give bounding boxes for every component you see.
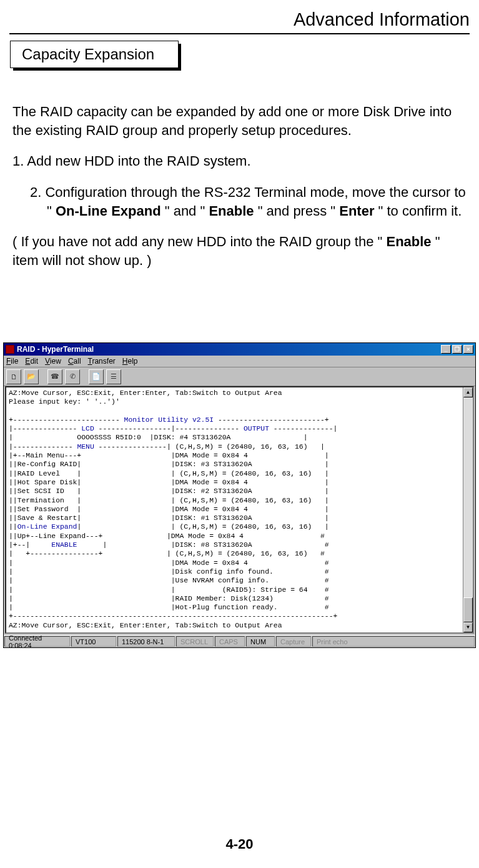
scroll-up-icon[interactable]: ▲	[463, 387, 473, 397]
toolbar: 🗋 📂 ☎ ✆ 📄 ☰	[4, 367, 475, 386]
toolbar-connect-icon[interactable]: ☎	[47, 369, 62, 384]
term-line: ||Set Password | |DMA Mode = 0x84 4 |	[9, 506, 329, 513]
window-title-text: RAID - HyperTerminal	[17, 345, 94, 354]
term-line: AZ:Move Cursor, ESC:Exit, Enter:Enter, T…	[9, 622, 282, 629]
page-header-title: Advanced Information	[294, 9, 470, 30]
term-line: --------------|	[269, 425, 337, 432]
step2-bold-enable: Enable	[209, 203, 254, 219]
term-line: |+--Main Menu---+ |DMA Mode = 0x84 4 |	[9, 452, 329, 459]
term-line: ||Re-Config RAID| |DISK: #3 ST313620A |	[9, 461, 329, 468]
maximize-button[interactable]: ❐	[452, 345, 462, 354]
minimize-button[interactable]: _	[441, 345, 451, 354]
term-line: | OOOOSSSS R5ID:0 |DISK: #4 ST313620A |	[9, 434, 308, 441]
term-line: ||Up+--Line Expand---+ |DMA Mode = 0x84 …	[9, 532, 325, 540]
term-highlight-lcd: LCD	[81, 425, 94, 432]
status-num: NUM	[246, 636, 275, 647]
status-caps: CAPS	[215, 636, 245, 647]
app-icon	[6, 345, 14, 354]
hyperterminal-window: RAID - HyperTerminal _ ❐ × File Edit Vie…	[3, 342, 476, 648]
section-heading-tab: Capacity Expansion	[10, 41, 179, 68]
step2-bold-enter: Enter	[339, 203, 374, 219]
section-title: Capacity Expansion	[22, 46, 154, 63]
note-paragraph: ( If you have not add any new HDD into t…	[12, 232, 467, 269]
toolbar-properties-icon[interactable]: ☰	[106, 369, 121, 384]
menu-edit[interactable]: Edit	[25, 357, 38, 366]
term-line: | +----------------+ | (C,H,S,M) = (2648…	[9, 550, 325, 557]
term-line: ----------------| (C,H,S,M) = (26480, 16…	[94, 443, 325, 451]
status-connected: Connected 0:08:24	[4, 636, 70, 647]
term-line: | |Hot-Plug function ready. #	[9, 604, 329, 611]
term-line: AZ:Move Cursor, ESC:Exit, Enter:Enter, T…	[9, 389, 282, 397]
term-line: |---------------	[9, 425, 81, 432]
term-line: |+--|	[9, 541, 51, 549]
terminal-output[interactable]: AZ:Move Cursor, ESC:Exit, Enter:Enter, T…	[6, 387, 463, 632]
status-emulation: VT100	[71, 636, 116, 647]
menu-call[interactable]: Call	[68, 357, 81, 366]
term-highlight-menu: MENU	[77, 443, 94, 451]
term-line: | |DISK: #8 ST313620A #	[77, 541, 328, 549]
status-capture: Capture	[276, 636, 311, 647]
term-line: | |RAID Member: Disk(1234) #	[9, 595, 329, 602]
term-highlight-output: OUTPUT	[244, 425, 269, 432]
toolbar-send-icon[interactable]: 📄	[89, 369, 104, 384]
body-text: The RAID capacity can be expanded by add…	[12, 102, 467, 282]
step2-text-g: " to confirm it.	[374, 203, 462, 219]
term-line: | |Use NVRAM config info. #	[9, 577, 329, 584]
status-printecho: Print echo	[312, 636, 475, 647]
scroll-down-icon[interactable]: ▼	[463, 622, 473, 632]
term-line: | |Disk config info found. #	[9, 568, 329, 576]
step2-bold-online-expand: On-Line Expand	[56, 203, 161, 219]
term-line: ||RAID Level | | (C,H,S,M) = (26480, 16,…	[9, 470, 329, 477]
page-number: 4-20	[0, 836, 479, 852]
status-bar: Connected 0:08:24 VT100 115200 8-N-1 SCR…	[4, 635, 475, 647]
vertical-scrollbar[interactable]: ▲ ▼	[463, 387, 473, 632]
term-line: -----------------|---------------	[94, 425, 244, 432]
window-titlebar[interactable]: RAID - HyperTerminal _ ❐ ×	[4, 343, 475, 356]
term-highlight-enable: ENABLE	[51, 541, 77, 549]
step-1: 1. Add new HDD into the RAID system.	[12, 152, 467, 171]
toolbar-new-icon[interactable]: 🗋	[6, 369, 21, 384]
note-text-a: ( If you have not add any new HDD into t…	[12, 234, 386, 249]
term-highlight-monitor-utility: Monitor Utility v2.5I	[124, 416, 214, 424]
term-line: +---------------------------------------…	[9, 612, 337, 620]
term-line: ||Hot Spare Disk| |DMA Mode = 0x84 4 |	[9, 479, 329, 486]
note-bold-enable: Enable	[386, 234, 431, 249]
status-port-settings: 115200 8-N-1	[117, 636, 175, 647]
term-line: ||Save & Restart| |DISK: #1 ST313620A |	[9, 514, 329, 522]
scroll-thumb[interactable]	[463, 597, 473, 622]
terminal-viewport: AZ:Move Cursor, ESC:Exit, Enter:Enter, T…	[5, 386, 474, 634]
term-line: -------------------------+	[214, 416, 329, 424]
term-line: ||Set SCSI ID | |DISK: #2 ST313620A |	[9, 487, 329, 495]
term-line: | |DMA Mode = 0x84 4 #	[9, 559, 329, 567]
term-line: +-------------------------	[9, 416, 124, 424]
intro-paragraph: The RAID capacity can be expanded by add…	[12, 102, 467, 139]
status-scroll: SCROLL	[176, 636, 214, 647]
menu-file[interactable]: File	[6, 357, 18, 366]
term-line: | | (C,H,S,M) = (26480, 16, 63, 16) |	[77, 523, 328, 531]
term-highlight-online-expand: On-Line Expand	[17, 523, 77, 531]
document-page: Advanced Information Capacity Expansion …	[0, 0, 479, 868]
toolbar-open-icon[interactable]: 📂	[24, 369, 39, 384]
menu-help[interactable]: Help	[122, 357, 138, 366]
step-2: 2. Configuration through the RS-232 Term…	[12, 183, 467, 220]
close-button[interactable]: ×	[463, 345, 473, 354]
menu-view[interactable]: View	[45, 357, 61, 366]
menu-bar: File Edit View Call Transfer Help	[4, 356, 475, 367]
term-line: | | (RAID5): Stripe = 64 #	[9, 586, 329, 594]
tab-front: Capacity Expansion	[10, 41, 179, 68]
term-line: Please input key: ' '..')'	[9, 398, 120, 406]
toolbar-disconnect-icon[interactable]: ✆	[65, 369, 80, 384]
step2-text-c: " and "	[161, 203, 209, 219]
header-divider	[9, 33, 470, 34]
step2-text-e: " and press "	[254, 203, 340, 219]
menu-transfer[interactable]: Transfer	[88, 357, 116, 366]
term-line: |--------------	[9, 443, 77, 451]
term-line: ||	[9, 523, 17, 531]
term-line: ||Termination | | (C,H,S,M) = (26480, 16…	[9, 497, 329, 504]
